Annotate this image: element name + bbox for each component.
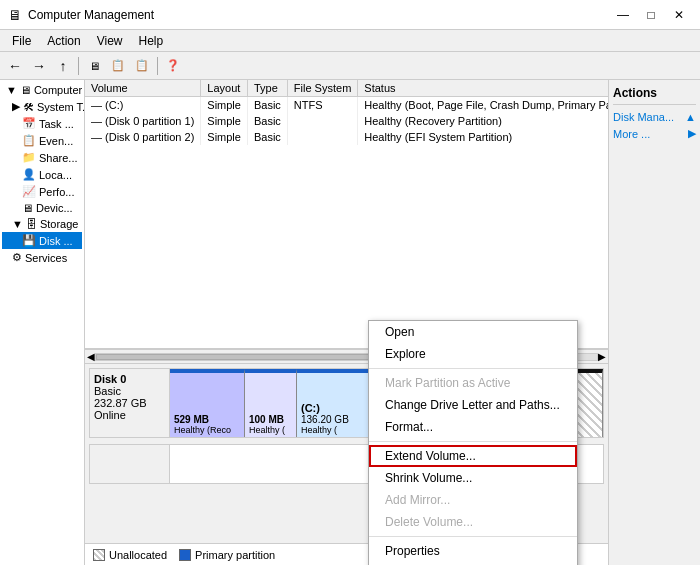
cell-type: Basic [247, 113, 287, 129]
tree-item-storage[interactable]: ▼ 🗄 Storage [2, 216, 82, 232]
app-icon: 🖥 [8, 7, 22, 23]
tree-item-computer[interactable]: ▼ 🖥 Computer M... [2, 82, 82, 98]
title-bar: 🖥 Computer Management — □ ✕ [0, 0, 700, 30]
cell-layout: Simple [201, 129, 248, 145]
cell-layout: Simple [201, 97, 248, 114]
toolbar-forward[interactable]: → [28, 55, 50, 77]
toolbar-btn5[interactable]: ❓ [162, 55, 184, 77]
cell-status: Healthy (Recovery Partition) [358, 113, 608, 129]
partition-recovery[interactable]: 529 MB Healthy (Reco [170, 369, 245, 437]
tree-item-disk[interactable]: 💾 Disk ... [2, 232, 82, 249]
tree-label-perf: Perfo... [39, 186, 74, 198]
ctx-sep1 [369, 368, 577, 369]
ctx-properties[interactable]: Properties [369, 540, 577, 562]
legend-box-unalloc [93, 549, 105, 561]
partition-efi[interactable]: 100 MB Healthy ( [245, 369, 297, 437]
action-disk-manage[interactable]: Disk Mana... ▲ [613, 109, 696, 125]
action-arrow-more: ▶ [688, 127, 696, 140]
maximize-button[interactable]: □ [638, 5, 664, 25]
legend-label-unalloc: Unallocated [109, 549, 167, 561]
action-label-more: More ... [613, 128, 650, 140]
partition-label-c: Healthy ( [301, 425, 337, 435]
device-icon: 🖥 [22, 202, 33, 214]
ctx-add-mirror: Add Mirror... [369, 489, 577, 511]
legend-unallocated: Unallocated [93, 549, 167, 561]
ctx-extend[interactable]: Extend Volume... [369, 445, 577, 467]
tree-item-services[interactable]: ⚙ Services [2, 249, 82, 266]
toolbar-back[interactable]: ← [4, 55, 26, 77]
ctx-change-drive[interactable]: Change Drive Letter and Paths... [369, 394, 577, 416]
col-status[interactable]: Status [358, 80, 608, 97]
disk-size: 232.87 GB [94, 397, 165, 409]
services-icon: ⚙ [12, 251, 22, 264]
cell-volume: — (Disk 0 partition 1) [85, 113, 201, 129]
event-icon: 📋 [22, 134, 36, 147]
ctx-shrink[interactable]: Shrink Volume... [369, 467, 577, 489]
disk-name: Disk 0 [94, 373, 165, 385]
scrollbar-thumb[interactable] [96, 354, 397, 360]
toolbar-btn3[interactable]: 📋 [107, 55, 129, 77]
tree-item-device[interactable]: 🖥 Devic... [2, 200, 82, 216]
partition-label-efi: Healthy ( [249, 425, 285, 435]
toolbar-up[interactable]: ↑ [52, 55, 74, 77]
tree-label-device: Devic... [36, 202, 73, 214]
action-label-disk: Disk Mana... [613, 111, 674, 123]
scroll-right-btn[interactable]: ▶ [598, 351, 606, 362]
tree-item-task[interactable]: 📅 Task ... [2, 115, 82, 132]
toolbar-sep2 [157, 57, 158, 75]
action-more[interactable]: More ... ▶ [613, 125, 696, 142]
tree-item-event[interactable]: 📋 Even... [2, 132, 82, 149]
col-filesystem[interactable]: File System [287, 80, 357, 97]
actions-title: Actions [613, 84, 696, 105]
ctx-format[interactable]: Format... [369, 416, 577, 438]
ctx-explore[interactable]: Explore [369, 343, 577, 365]
tree-item-local[interactable]: 👤 Loca... [2, 166, 82, 183]
disk-icon: 💾 [22, 234, 36, 247]
actions-panel: Actions Disk Mana... ▲ More ... ▶ [608, 80, 700, 565]
toolbar-btn2[interactable]: 🖥 [83, 55, 105, 77]
tree-item-systemtools[interactable]: ▶ 🛠 System T... [2, 98, 82, 115]
table-row[interactable]: — (C:) Simple Basic NTFS Healthy (Boot, … [85, 97, 608, 114]
disk-status: Online [94, 409, 165, 421]
tree-item-shared[interactable]: 📁 Share... [2, 149, 82, 166]
close-button[interactable]: ✕ [666, 5, 692, 25]
ctx-sep2 [369, 441, 577, 442]
tree-item-perf[interactable]: 📈 Perfo... [2, 183, 82, 200]
cell-layout: Simple [201, 113, 248, 129]
volumes-table: Volume Layout Type File System Status — … [85, 80, 608, 349]
partition-size-recovery: 529 MB [174, 414, 209, 425]
toolbar-btn4[interactable]: 📋 [131, 55, 153, 77]
menu-view[interactable]: View [89, 32, 131, 50]
ctx-open[interactable]: Open [369, 321, 577, 343]
tree-label-event: Even... [39, 135, 73, 147]
ctx-sep3 [369, 536, 577, 537]
menu-bar: File Action View Help [0, 30, 700, 52]
partition-label-recovery: Healthy (Reco [174, 425, 231, 435]
col-type[interactable]: Type [247, 80, 287, 97]
table-row[interactable]: — (Disk 0 partition 2) Simple Basic Heal… [85, 129, 608, 145]
cell-fs: NTFS [287, 97, 357, 114]
table-row[interactable]: — (Disk 0 partition 1) Simple Basic Heal… [85, 113, 608, 129]
col-volume[interactable]: Volume [85, 80, 201, 97]
legend-primary: Primary partition [179, 549, 275, 561]
ctx-mark-active: Mark Partition as Active [369, 372, 577, 394]
scroll-left-btn[interactable]: ◀ [87, 351, 95, 362]
tree-label-services: Services [25, 252, 67, 264]
menu-help[interactable]: Help [131, 32, 172, 50]
menu-file[interactable]: File [4, 32, 39, 50]
minimize-button[interactable]: — [610, 5, 636, 25]
cell-status: Healthy (EFI System Partition) [358, 129, 608, 145]
systemtools-icon: 🛠 [23, 101, 34, 113]
volumes-list: Volume Layout Type File System Status — … [85, 80, 608, 145]
tree-expand-storage: ▼ [12, 218, 23, 230]
menu-action[interactable]: Action [39, 32, 88, 50]
ctx-delete: Delete Volume... [369, 511, 577, 533]
disk-type: Basic [94, 385, 165, 397]
cell-status: Healthy (Boot, Page File, Crash Dump, Pr… [358, 97, 608, 114]
storage-icon: 🗄 [26, 218, 37, 230]
tree-expand-system: ▶ [12, 100, 20, 113]
task-icon: 📅 [22, 117, 36, 130]
toolbar: ← → ↑ 🖥 📋 📋 ❓ [0, 52, 700, 80]
col-layout[interactable]: Layout [201, 80, 248, 97]
cell-volume: — (C:) [85, 97, 201, 114]
